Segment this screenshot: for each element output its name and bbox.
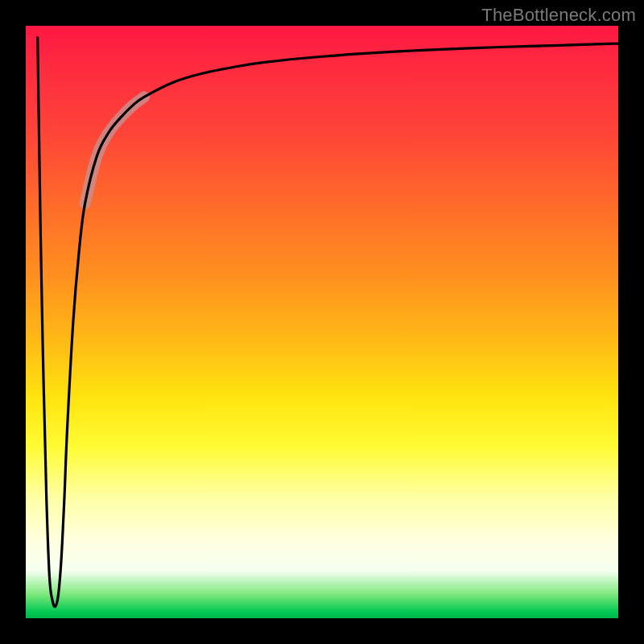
chart-container: TheBottleneck.com bbox=[0, 0, 644, 644]
bottleneck-curve bbox=[38, 38, 618, 607]
curve-svg bbox=[26, 26, 618, 618]
curve-highlight-segment bbox=[85, 97, 145, 203]
attribution-text: TheBottleneck.com bbox=[481, 5, 636, 26]
plot-area bbox=[26, 26, 618, 618]
